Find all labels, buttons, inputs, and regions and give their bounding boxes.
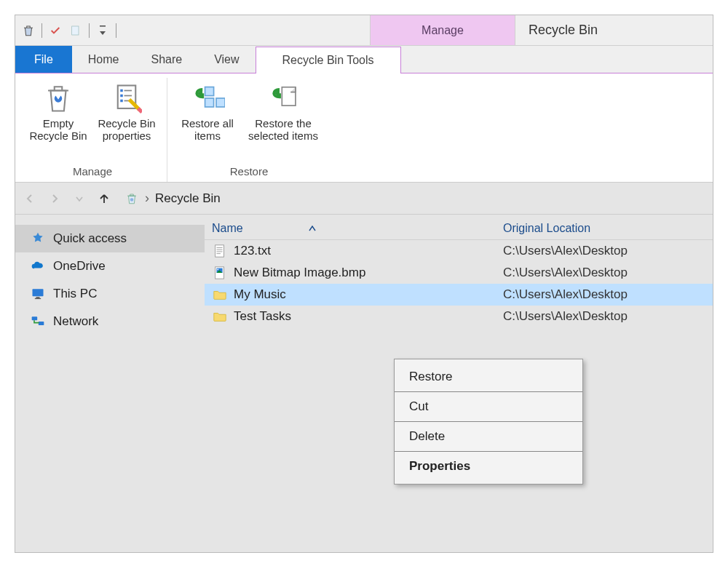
recycle-bin-properties-button[interactable]: Recycle Bin properties: [94, 78, 159, 162]
tab-file-label: File: [34, 53, 53, 66]
titlebar: Manage Recycle Bin: [15, 15, 713, 46]
network-icon: [30, 314, 46, 330]
column-header-name-label: Name: [212, 222, 243, 235]
context-menu-cut-label: Cut: [409, 399, 428, 413]
context-menu-properties-label: Properties: [409, 459, 470, 473]
properties-sheet-icon: [109, 81, 144, 116]
image-file-icon: [212, 265, 228, 281]
nav-forward-button[interactable]: [44, 188, 65, 209]
svg-point-13: [130, 198, 134, 202]
ribbon: Empty Recycle Bin Recycle Bin properties…: [15, 73, 713, 183]
ribbon-group-manage: Empty Recycle Bin Recycle Bin properties…: [18, 78, 167, 182]
svg-point-26: [217, 269, 218, 271]
empty-recycle-bin-button[interactable]: Empty Recycle Bin: [25, 78, 91, 162]
context-menu: Restore Cut Delete Properties: [394, 359, 583, 485]
sidebar-item-quick-access[interactable]: Quick access: [15, 225, 205, 252]
column-header-name[interactable]: Name: [212, 222, 503, 235]
nav-up-button[interactable]: [94, 188, 114, 209]
column-header-location-label: Original Location: [503, 222, 590, 234]
restore-all-items-label: Restore all items: [176, 117, 239, 143]
tab-view-label: View: [214, 53, 239, 66]
sidebar-item-this-pc[interactable]: This PC: [15, 280, 205, 308]
tab-home[interactable]: Home: [72, 46, 135, 73]
recycle-bin-empty-icon: [41, 81, 76, 116]
explorer-window: Manage Recycle Bin File Home Share View …: [15, 15, 713, 553]
ribbon-group-restore: Restore all items Restore the selected i…: [167, 78, 331, 182]
file-name-label: 123.txt: [234, 244, 271, 258]
monitor-icon: [30, 286, 46, 302]
explorer-body: Quick access OneDrive This PC Network: [15, 215, 713, 552]
svg-rect-9: [205, 87, 214, 96]
address-bar: › Recycle Bin: [15, 183, 713, 215]
properties-check-icon[interactable]: [47, 22, 64, 39]
nav-recent-dropdown[interactable]: [69, 188, 90, 209]
tab-share[interactable]: Share: [135, 46, 198, 73]
nav-back-button[interactable]: [20, 188, 40, 209]
recycle-bin-icon[interactable]: [20, 22, 37, 39]
file-location-label: C:\Users\Alex\Desktop: [503, 287, 705, 302]
folder-icon: [212, 287, 228, 303]
restore-all-icon: [190, 81, 225, 116]
file-name-label: New Bitmap Image.bmp: [234, 266, 365, 280]
file-location-label: C:\Users\Alex\Desktop: [503, 309, 705, 324]
sidebar-item-label: Quick access: [53, 231, 127, 246]
context-menu-properties[interactable]: Properties: [395, 452, 582, 481]
svg-rect-3: [120, 89, 123, 92]
file-location-label: C:\Users\Alex\Desktop: [503, 266, 705, 280]
restore-all-items-button[interactable]: Restore all items: [175, 78, 240, 162]
column-headers: Name Original Location: [205, 218, 713, 240]
column-header-original-location[interactable]: Original Location: [503, 222, 705, 235]
svg-rect-4: [120, 95, 123, 97]
svg-rect-10: [205, 98, 214, 107]
context-menu-restore[interactable]: Restore: [395, 362, 582, 392]
tab-file[interactable]: File: [15, 46, 72, 73]
sidebar-item-label: OneDrive: [53, 259, 106, 274]
svg-rect-19: [215, 245, 224, 257]
tab-home-label: Home: [88, 53, 119, 66]
recycle-bin-icon: [124, 191, 139, 206]
tab-recycle-label: Recycle Bin Tools: [282, 54, 374, 67]
svg-rect-0: [72, 26, 79, 35]
svg-rect-5: [120, 100, 123, 103]
sidebar-item-onedrive[interactable]: OneDrive: [15, 252, 205, 280]
svg-rect-16: [35, 298, 41, 299]
recycle-bin-properties-label: Recycle Bin properties: [95, 117, 158, 143]
svg-rect-11: [216, 98, 225, 107]
file-row[interactable]: My Music C:\Users\Alex\Desktop: [205, 284, 713, 306]
sidebar-item-label: This PC: [53, 287, 97, 301]
breadcrumb-location: Recycle Bin: [155, 191, 221, 206]
ribbon-group-restore-label: Restore: [230, 162, 269, 182]
file-row[interactable]: 123.txt C:\Users\Alex\Desktop: [205, 240, 713, 262]
svg-rect-1: [100, 25, 106, 27]
svg-rect-17: [32, 316, 38, 320]
window-title: Recycle Bin: [515, 15, 713, 45]
sidebar-item-network[interactable]: Network: [15, 308, 205, 335]
context-menu-restore-label: Restore: [409, 370, 453, 383]
navigation-pane: Quick access OneDrive This PC Network: [15, 215, 205, 552]
contextual-tab-header-label: Manage: [422, 24, 464, 37]
tab-recycle-bin-tools[interactable]: Recycle Bin Tools: [256, 47, 401, 73]
quick-access-toolbar: [15, 15, 122, 45]
restore-selected-items-button[interactable]: Restore the selected items: [243, 78, 323, 162]
restore-selected-items-label: Restore the selected items: [245, 117, 322, 143]
svg-rect-15: [36, 297, 40, 298]
tab-view[interactable]: View: [198, 46, 255, 73]
breadcrumb[interactable]: › Recycle Bin: [119, 189, 226, 207]
sort-ascending-icon: [309, 224, 316, 233]
new-blank-icon[interactable]: [67, 22, 84, 39]
qat-dropdown-icon[interactable]: [94, 22, 111, 39]
text-file-icon: [212, 243, 228, 259]
context-menu-cut[interactable]: Cut: [395, 392, 582, 422]
context-menu-delete-label: Delete: [409, 429, 445, 443]
context-menu-delete[interactable]: Delete: [395, 422, 582, 452]
sidebar-item-label: Network: [53, 314, 98, 329]
svg-rect-14: [33, 289, 44, 296]
ribbon-group-manage-label: Manage: [73, 162, 112, 182]
svg-rect-18: [39, 322, 44, 325]
cloud-icon: [30, 258, 46, 274]
folder-icon: [212, 308, 228, 324]
file-name-label: Test Tasks: [234, 309, 291, 324]
file-row[interactable]: New Bitmap Image.bmp C:\Users\Alex\Deskt…: [205, 262, 713, 284]
file-list: 123.txt C:\Users\Alex\Desktop New Bitmap…: [205, 240, 713, 327]
file-row[interactable]: Test Tasks C:\Users\Alex\Desktop: [205, 306, 713, 327]
